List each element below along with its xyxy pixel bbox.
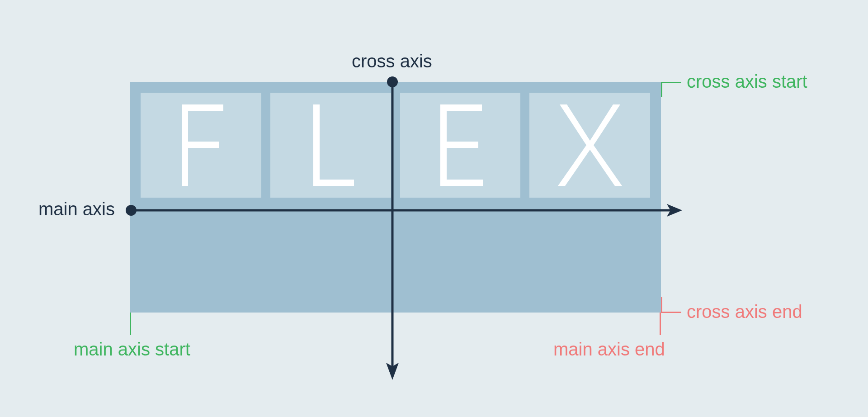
main-axis-end-tick-icon [660, 313, 661, 335]
cross-axis-end-tick-icon [661, 312, 681, 313]
main-axis-label: main axis [38, 199, 115, 219]
flex-item-f [141, 93, 261, 198]
main-axis-start-tick-icon [130, 313, 131, 335]
cross-axis-start-tick-vert-icon [661, 82, 662, 97]
letter-x-icon [556, 104, 624, 186]
main-axis-start-label: main axis start [74, 339, 190, 360]
cross-axis-end-label: cross axis end [687, 302, 802, 322]
letter-l-icon [303, 104, 358, 186]
flex-item-l [270, 93, 391, 198]
cross-axis-label: cross axis [352, 51, 432, 71]
letter-e-icon [433, 104, 487, 186]
flex-item-e [400, 93, 521, 198]
cross-axis-arrow-icon [384, 75, 401, 383]
main-axis-end-label: main axis end [553, 339, 665, 360]
flex-item-x [529, 93, 650, 198]
cross-axis-start-label: cross axis start [687, 71, 807, 92]
cross-axis-end-tick-vert-icon [661, 297, 662, 313]
cross-axis-start-tick-icon [661, 82, 681, 83]
letter-f-icon [174, 104, 228, 186]
main-axis-arrow-icon [124, 202, 685, 218]
